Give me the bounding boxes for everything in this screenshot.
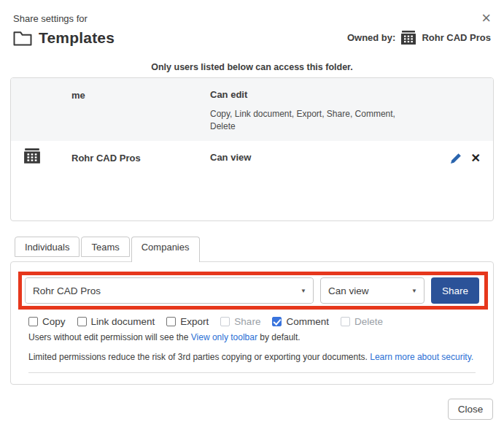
dialog-eyebrow: Share settings for <box>13 13 492 24</box>
access-list: me Can edit Copy, Link document, Export,… <box>10 77 494 221</box>
tab-companies[interactable]: Companies <box>131 237 200 262</box>
permission-select[interactable]: Can view ▼ <box>320 277 424 304</box>
checkbox-link-document[interactable]: Link document <box>77 316 155 327</box>
access-notice: Only users listed below can access this … <box>0 62 504 72</box>
view-only-toolbar-link[interactable]: View only toolbar <box>191 332 257 342</box>
page-title: Templates <box>39 29 115 47</box>
companies-tab-panel: ▼ Can view ▼ Share Copy Link document Ex… <box>10 261 494 385</box>
entity-name: me <box>71 85 210 101</box>
folder-icon <box>13 31 32 46</box>
checkbox-box <box>341 317 350 326</box>
company-icon <box>23 148 41 164</box>
entity-icon-cell <box>21 148 71 166</box>
company-combobox: ▼ <box>25 277 314 304</box>
dialog-header: Share settings for × Templates Owned by: <box>0 0 504 47</box>
view-only-note: Users without edit permission will see t… <box>28 332 493 342</box>
permission-details: Copy, Link document, Export, Share, Comm… <box>210 108 408 134</box>
checkbox-delete: Delete <box>341 316 383 327</box>
permission-cell: Can view <box>210 148 450 163</box>
remove-icon[interactable]: ✕ <box>471 153 481 164</box>
title-row: Templates Owned by: Rohr CAD Pros <box>13 29 492 47</box>
permission-select-value: Can view <box>328 285 369 296</box>
permission-checkboxes: Copy Link document Export Share Comment … <box>28 316 493 327</box>
checkbox-copy[interactable]: Copy <box>28 316 66 327</box>
owned-by-label: Owned by: <box>347 32 395 43</box>
checkbox-comment[interactable]: Comment <box>272 316 329 327</box>
access-row-me: me Can edit Copy, Link document, Export,… <box>11 78 493 141</box>
chevron-down-icon: ▼ <box>411 288 417 294</box>
annotation-highlight-box: ▼ Can view ▼ Share <box>18 272 488 310</box>
checkbox-box[interactable] <box>28 317 38 326</box>
company-icon <box>400 31 416 45</box>
checkbox-box[interactable] <box>77 317 87 326</box>
permission-level: Can edit <box>210 89 483 100</box>
tab-teams[interactable]: Teams <box>81 237 129 257</box>
close-icon[interactable]: × <box>481 10 491 26</box>
title-left: Templates <box>13 29 115 47</box>
close-button[interactable]: Close <box>448 399 493 420</box>
owner-info: Owned by: Rohr CAD Pros <box>347 31 492 47</box>
company-input[interactable] <box>26 278 313 303</box>
checkbox-box[interactable] <box>272 317 282 326</box>
security-note: Limited permissions reduce the risk of 3… <box>28 352 493 362</box>
tab-individuals[interactable]: Individuals <box>15 237 80 257</box>
row-actions: ✕ <box>450 148 483 164</box>
checkbox-export[interactable]: Export <box>166 316 209 327</box>
share-tabs: Individuals Teams Companies <box>15 237 504 262</box>
access-row-company: Rohr CAD Pros Can view ✕ <box>11 141 493 174</box>
checkbox-share: Share <box>220 316 260 327</box>
share-button[interactable]: Share <box>431 277 479 304</box>
owner-name: Rohr CAD Pros <box>422 32 491 43</box>
checkbox-box[interactable] <box>166 317 176 326</box>
edit-pencil-icon[interactable] <box>450 153 462 164</box>
share-settings-dialog: Share settings for × Templates Owned by: <box>0 0 504 430</box>
permission-cell: Can edit Copy, Link document, Export, Sh… <box>210 85 483 134</box>
panel-divider <box>28 372 476 373</box>
learn-more-security-link[interactable]: Learn more about security. <box>370 352 473 362</box>
entity-name: Rohr CAD Pros <box>71 148 210 164</box>
checkbox-box <box>220 317 230 326</box>
permission-level: Can view <box>210 152 450 163</box>
